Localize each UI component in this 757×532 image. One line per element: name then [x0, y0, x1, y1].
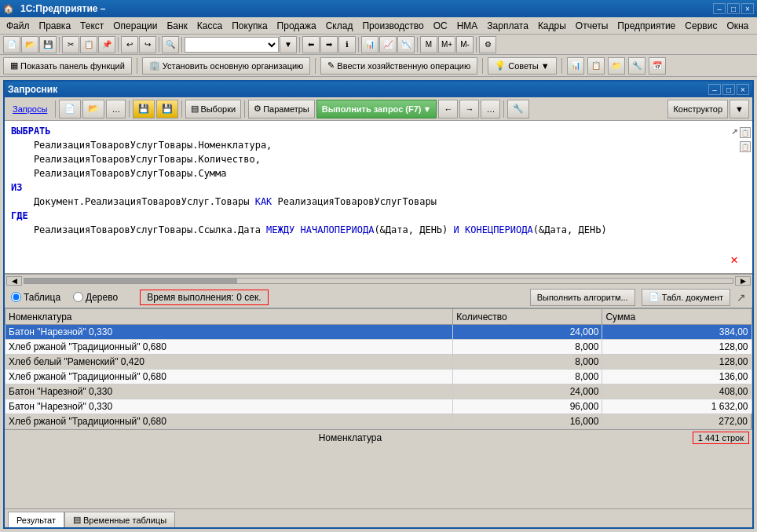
q-new-btn[interactable]: 📄 — [59, 100, 81, 118]
settings-btn[interactable]: ⚙ — [479, 36, 496, 53]
wrench-btn[interactable]: 🔧 — [507, 100, 529, 118]
tree-radio[interactable] — [73, 292, 83, 302]
btn5[interactable]: 📈 — [379, 36, 397, 53]
menu-sales[interactable]: Продажа — [272, 19, 321, 33]
copy-btn[interactable]: 📋 — [80, 36, 97, 53]
close-button[interactable]: × — [741, 3, 754, 14]
open-btn[interactable]: 📂 — [21, 36, 38, 53]
query-max-btn[interactable]: □ — [722, 84, 735, 95]
extra-btn2[interactable]: 📋 — [587, 57, 605, 75]
combo-down[interactable]: ▼ — [280, 36, 297, 53]
menu-production[interactable]: Производство — [357, 19, 428, 33]
menu-enterprise[interactable]: Предприятие — [613, 19, 680, 33]
tips-btn[interactable]: 💡 Советы ▼ — [488, 57, 556, 75]
delete-code-icon[interactable]: ✕ — [730, 252, 738, 267]
table-row[interactable]: Хлеб ржаной "Традиционный" 0,68016,00027… — [5, 414, 752, 429]
exec-algo-btn[interactable]: Выполнить алгоритм... — [530, 289, 635, 306]
constructor-btn[interactable]: Конструктор — [667, 100, 728, 118]
requests-btn[interactable]: Запросы — [8, 100, 52, 118]
back-btn[interactable]: ← — [438, 100, 458, 118]
menu-text[interactable]: Текст — [75, 19, 108, 33]
new-btn[interactable]: 📄 — [3, 36, 20, 53]
exec-query-btn[interactable]: Выполнить запрос (F7) ▼ — [316, 100, 437, 118]
btn6[interactable]: 📉 — [397, 36, 415, 53]
menu-os[interactable]: ОС — [429, 19, 452, 33]
table-radio-label[interactable]: Таблица — [11, 292, 60, 303]
menu-edit[interactable]: Правка — [35, 19, 76, 33]
menu-file[interactable]: Файл — [2, 19, 35, 33]
table-row[interactable]: Батон "Нарезной" 0,33024,000384,00 — [5, 325, 752, 340]
menu-service[interactable]: Сервис — [680, 19, 722, 33]
save-btn[interactable]: 💾 — [39, 36, 57, 53]
table-scroll-wrapper[interactable]: Номенклатура Количество Сумма Батон "Нар… — [5, 308, 752, 429]
menu-hr[interactable]: Кадры — [533, 19, 571, 33]
table-radio[interactable] — [11, 292, 21, 302]
maximize-button[interactable]: □ — [727, 3, 740, 14]
q-save2-btn[interactable]: 💾 — [156, 100, 178, 118]
redo-btn[interactable]: ↪ — [139, 36, 156, 53]
btn1[interactable]: ⬅ — [302, 36, 320, 53]
show-panel-btn[interactable]: ▦ Показать панель функций — [3, 57, 132, 75]
menu-bank[interactable]: Банк — [162, 19, 192, 33]
menu-help[interactable]: Справка — [753, 19, 757, 33]
q-open-btn[interactable]: 📂 — [82, 100, 104, 118]
expand-code-icon[interactable]: ↗ — [732, 124, 738, 137]
constructor-dropdown[interactable]: ▼ — [730, 100, 749, 118]
tree-radio-label[interactable]: Дерево — [73, 292, 118, 303]
table-row[interactable]: Хлеб ржаной "Традиционный" 0,6808,000128… — [5, 340, 752, 355]
btn8[interactable]: M+ — [438, 36, 455, 53]
scroll-left-btn[interactable]: ◀ — [6, 276, 22, 286]
menu-purchase[interactable]: Покупка — [227, 19, 272, 33]
combo-box[interactable] — [185, 37, 279, 53]
menu-operations[interactable]: Операции — [108, 19, 162, 33]
extra-btn3[interactable]: 📁 — [608, 57, 625, 75]
menu-salary[interactable]: Зарплата — [482, 19, 533, 33]
q-ellipsis-btn[interactable]: … — [106, 100, 126, 118]
code-hscrollbar[interactable]: ◀ ▶ — [5, 274, 752, 286]
extra-btn4[interactable]: 🔧 — [628, 57, 645, 75]
query-min-btn[interactable]: – — [708, 84, 721, 95]
selections-btn[interactable]: ▤ Выборки — [185, 100, 241, 118]
enter-operation-btn[interactable]: ✎ Ввести хозяйственную операцию — [320, 57, 477, 75]
query-close-btn[interactable]: × — [737, 84, 749, 95]
extra-btn5[interactable]: 📅 — [649, 57, 666, 75]
scroll-right-btn[interactable]: ▶ — [735, 276, 751, 286]
table-doc-btn[interactable]: 📄 Табл. документ — [642, 289, 730, 306]
set-org-btn[interactable]: 🏢 Установить основную организацию — [142, 57, 311, 75]
btn2[interactable]: ➡ — [320, 36, 338, 53]
separator-6 — [358, 37, 359, 53]
btn7[interactable]: M — [420, 36, 437, 53]
menu-warehouse[interactable]: Склад — [321, 19, 358, 33]
tab-temp-tables[interactable]: ▤ Временные таблицы — [64, 512, 175, 527]
minimize-button[interactable]: – — [713, 3, 726, 14]
table-row[interactable]: Хлеб белый "Раменский" 0,4208,000128,00 — [5, 355, 752, 370]
btn9[interactable]: M- — [456, 36, 474, 53]
paste-btn[interactable]: 📌 — [98, 36, 115, 53]
cell-qty: 8,000 — [453, 340, 602, 355]
undo-btn[interactable]: ↩ — [121, 36, 138, 53]
cut-btn[interactable]: ✂ — [62, 36, 79, 53]
copy-icon-1[interactable]: 📋 — [740, 127, 751, 138]
menu-reports[interactable]: Отчеты — [571, 19, 613, 33]
menu-nma[interactable]: НМА — [452, 19, 483, 33]
copy-icon-2[interactable]: 📋 — [740, 141, 751, 152]
menu-cash[interactable]: Касса — [192, 19, 227, 33]
bottom-tabs: Результат ▤ Временные таблицы — [5, 508, 752, 527]
table-row[interactable]: Батон "Нарезной" 0,33024,000408,00 — [5, 384, 752, 399]
btn4[interactable]: 📊 — [361, 36, 378, 53]
tab-result[interactable]: Результат — [8, 512, 64, 527]
btn3[interactable]: ℹ — [338, 36, 356, 53]
expand-results-icon[interactable]: ↗ — [737, 291, 746, 304]
table-row[interactable]: Батон "Нарезной" 0,33096,0001 632,00 — [5, 399, 752, 414]
search-btn[interactable]: 🔍 — [162, 36, 179, 53]
table-row[interactable]: Хлеб ржаной "Традиционный" 0,6808,000136… — [5, 370, 752, 384]
extra-btn1[interactable]: 📊 — [567, 57, 584, 75]
menu-windows[interactable]: Окна — [722, 19, 753, 33]
forward-btn[interactable]: → — [459, 100, 479, 118]
more-btn[interactable]: … — [481, 100, 500, 118]
params-btn[interactable]: ⚙ Параметры — [248, 100, 315, 118]
scroll-track[interactable] — [24, 278, 733, 284]
code-editor[interactable]: ВЫБРАТЬ РеализацияТоваровУслугТовары.Ном… — [5, 121, 752, 274]
q-save-yellow-btn[interactable]: 💾 — [133, 100, 155, 118]
query-window-title-text: Запросник — [8, 84, 57, 95]
